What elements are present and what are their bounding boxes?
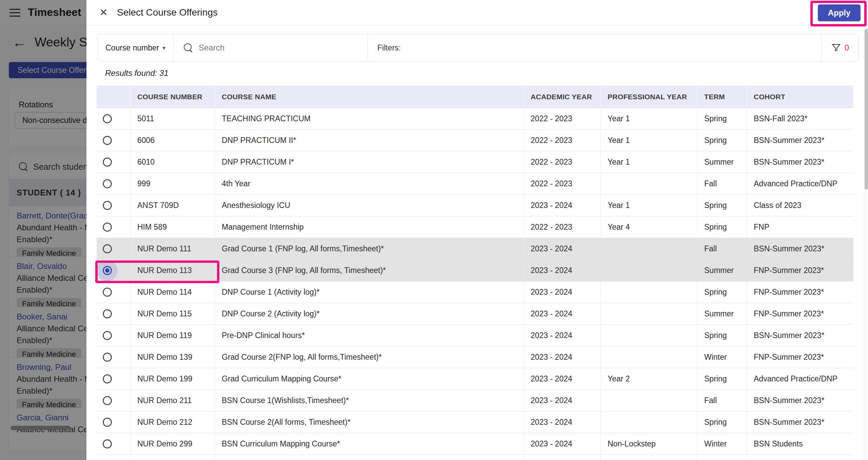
course-row[interactable]: NUR Demo 111 Grad Course 1 (FNP log, All… [97,238,853,260]
cell-academic-year: 2022 - 2023 [524,108,601,129]
cell-course-number: NUR Demo 199 [131,368,215,390]
cell-cohort: BSN-Summer 2023* [747,390,853,411]
course-row[interactable]: 6010 DNP PRACTICUM I* 2022 - 2023 Year 1… [97,151,853,173]
course-row[interactable]: 5011 TEACHING PRACTICUM 2022 - 2023 Year… [97,108,853,130]
table-body: 5011 TEACHING PRACTICUM 2022 - 2023 Year… [97,108,853,455]
cell-course-name: Grad Curriculum Mapping Course* [215,368,524,390]
course-radio-button[interactable] [103,158,112,167]
empty-cell [524,455,601,460]
radio-halo [97,347,118,368]
course-radio-button[interactable] [103,439,112,448]
course-radio-button[interactable] [103,266,112,275]
cell-academic-year: 2022 - 2023 [524,173,601,194]
cell-term: Summer [697,260,747,281]
course-radio-button[interactable] [103,201,112,210]
empty-cell [697,455,747,460]
course-radio-button[interactable] [103,309,112,318]
course-radio-button[interactable] [103,418,112,427]
course-row[interactable]: ANST 709D Anesthesiology ICU 2023 - 2024… [97,195,853,216]
cell-course-number: NUR Demo 119 [131,325,215,346]
radio-halo [97,108,118,129]
cell-term: Fall [697,173,747,194]
radio-halo [97,238,118,259]
course-row[interactable]: HIM 589 Management Internship 2022 - 202… [97,216,853,238]
cell-cohort: Advanced Practice/DNP [747,173,853,194]
filter-button[interactable]: 0 [822,34,858,61]
course-radio-button[interactable] [103,136,112,145]
course-row[interactable]: 6006 DNP PRACTICUM II* 2022 - 2023 Year … [97,130,853,151]
course-radio-button[interactable] [103,244,112,253]
cell-academic-year: 2023 - 2024 [524,281,601,303]
search-input[interactable]: Search [174,34,368,61]
cell-cohort: BSN-Summer 2023* [747,412,853,433]
cell-academic-year: 2023 - 2024 [524,368,601,390]
empty-cell [131,455,215,460]
course-row[interactable]: NUR Demo 211 BSN Course 1(Wishlists,Time… [97,390,853,412]
radio-cell [97,108,131,129]
course-row[interactable]: NUR Demo 299 BSN Curriculum Mapping Cour… [97,433,853,455]
search-category-value: Course number [105,43,159,53]
search-category-dropdown[interactable]: Course number ▼ [98,34,173,61]
cell-course-name: BSN Curriculum Mapping Course* [215,433,524,455]
cell-academic-year: 2022 - 2023 [524,130,601,151]
course-row[interactable]: NUR Demo 114 DNP Course 1 (Activity log)… [97,281,853,303]
cell-course-number: 6006 [131,130,215,151]
cell-term: Summer [697,151,747,173]
cell-course-number: NUR Demo 114 [131,281,215,303]
cell-course-name: Pre-DNP Clinical hours* [215,325,524,346]
course-search-bar: Course number ▼ Search Filters: 0 [97,34,859,62]
vertical-scrollbar[interactable] [864,0,868,460]
empty-cell [601,455,697,460]
radio-halo [97,304,118,325]
course-row[interactable]: NUR Demo 115 DNP Course 2 (Activity log)… [97,303,853,325]
table-header-row: COURSE NUMBERCOURSE NAMEACADEMIC YEARPRO… [97,86,853,108]
cell-course-name: Grad Course 2(FNP log, All forms,Timeshe… [215,347,524,368]
cell-academic-year: 2023 - 2024 [524,433,601,455]
cell-course-number: 999 [131,173,215,194]
course-radio-button[interactable] [103,223,112,232]
course-row[interactable]: 999 4th Year 2022 - 2023 Fall Advanced P… [97,173,853,195]
radio-halo [97,173,118,194]
cell-professional-year [601,281,697,303]
radio-cell [97,303,131,325]
close-icon[interactable]: ✕ [99,7,108,18]
cell-cohort: BSN-Summer 2023* [747,151,853,173]
course-radio-button[interactable] [103,353,112,362]
radio-cell [97,433,131,455]
radio-cell [97,216,131,238]
empty-cell [747,455,853,460]
course-row[interactable]: NUR Demo 212 BSN Course 2(All forms, Tim… [97,412,853,433]
cell-course-number: 5011 [131,108,215,129]
radio-cell [97,368,131,390]
course-row[interactable]: NUR Demo 139 Grad Course 2(FNP log, All … [97,347,853,368]
cell-cohort: BSN-Summer 2023* [747,238,853,259]
apply-button[interactable]: Apply [818,4,861,21]
cell-cohort: FNP-Summer 2023* [747,347,853,368]
course-radio-button[interactable] [103,288,112,297]
search-icon [184,43,193,52]
cell-academic-year: 2023 - 2024 [524,325,601,346]
course-row[interactable]: NUR Demo 119 Pre-DNP Clinical hours* 202… [97,325,853,347]
vertical-scrollbar-thumb[interactable] [865,29,868,190]
cell-cohort: BSN-Summer 2023* [747,325,853,346]
course-row[interactable]: NUR Demo 113 Grad Course 3 (FNP log, All… [97,260,853,281]
cell-term: Spring [697,195,747,216]
cell-course-name: 4th Year [215,173,524,194]
cell-professional-year [601,325,697,346]
cell-academic-year: 2023 - 2024 [524,412,601,433]
course-row[interactable]: NUR Demo 199 Grad Curriculum Mapping Cou… [97,368,853,390]
course-radio-button[interactable] [103,114,112,123]
course-radio-button[interactable] [103,396,112,405]
course-radio-button[interactable] [103,179,112,188]
cell-course-name: DNP Course 1 (Activity log)* [215,281,524,303]
course-radio-button[interactable] [103,374,112,383]
cell-course-number: NUR Demo 211 [131,390,215,411]
modal-header: ✕ Select Course Offerings Apply [86,0,868,25]
course-offerings-table: COURSE NUMBERCOURSE NAMEACADEMIC YEARPRO… [97,86,853,460]
cell-cohort: FNP-Summer 2023* [747,281,853,303]
cell-professional-year: Year 1 [601,195,697,216]
course-radio-button[interactable] [103,331,112,340]
cell-course-number: NUR Demo 115 [131,303,215,325]
cell-professional-year [601,173,697,194]
cell-cohort: Class of 2023 [747,195,853,216]
